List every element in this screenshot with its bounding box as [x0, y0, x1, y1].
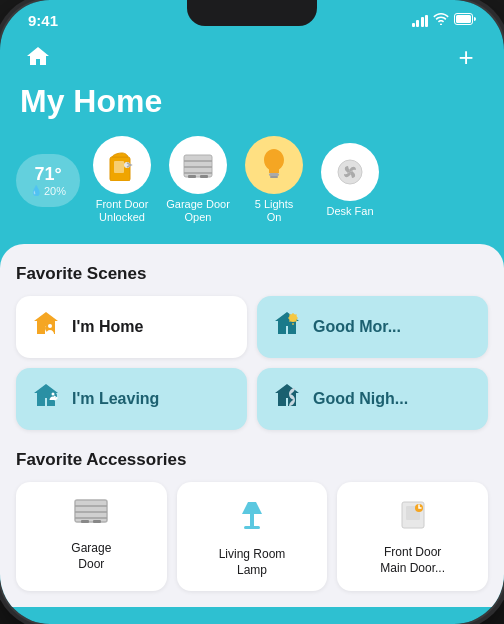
device-front-door[interactable]: Front DoorUnlocked — [88, 136, 156, 224]
device-desk-fan[interactable]: Desk Fan — [316, 143, 384, 218]
accessory-living-room-lamp[interactable]: Living RoomLamp — [177, 482, 328, 590]
humidity: 💧 20% — [30, 185, 66, 197]
section-container: Favorite Scenes I'm Home — [0, 244, 504, 606]
garage-door-acc-icon — [73, 494, 109, 533]
scene-im-leaving[interactable]: I'm Leaving — [16, 368, 247, 430]
good-morning-label: Good Mor... — [313, 318, 401, 336]
accessories-section-title: Favorite Accessories — [16, 450, 488, 470]
page-title: My Home — [0, 83, 504, 136]
lights-icon-circle — [245, 136, 303, 194]
lights-label: 5 LightsOn — [255, 198, 294, 224]
drop-icon: 💧 — [30, 185, 42, 196]
home-nav-button[interactable] — [20, 39, 56, 75]
accessories-grid: GarageDoor Living RoomLamp — [16, 482, 488, 590]
wifi-icon — [433, 13, 449, 28]
temperature: 71° — [34, 164, 61, 185]
im-leaving-label: I'm Leaving — [72, 390, 159, 408]
garage-door-icon-circle — [169, 136, 227, 194]
living-room-lamp-label: Living RoomLamp — [219, 547, 286, 578]
device-garage-door[interactable]: Garage DoorOpen — [164, 136, 232, 224]
im-home-icon — [32, 310, 62, 344]
front-door-icon-circle — [93, 136, 151, 194]
status-row: 71° 💧 20% Front DoorUnlock — [0, 136, 504, 244]
svg-marker-26 — [242, 502, 262, 514]
svg-rect-25 — [93, 520, 101, 523]
scenes-section-title: Favorite Scenes — [16, 264, 488, 284]
svg-rect-24 — [81, 520, 89, 523]
svg-point-16 — [48, 324, 52, 328]
svg-point-4 — [124, 162, 130, 168]
scene-good-night[interactable]: Good Nigh... — [257, 368, 488, 430]
svg-rect-12 — [270, 176, 278, 178]
status-icons — [412, 13, 477, 28]
living-room-lamp-icon — [236, 494, 268, 539]
battery-icon — [454, 13, 476, 28]
device-lights[interactable]: 5 LightsOn — [240, 136, 308, 224]
accessory-garage-door[interactable]: GarageDoor — [16, 482, 167, 590]
good-night-icon — [273, 382, 303, 416]
add-button[interactable]: + — [448, 39, 484, 75]
phone-frame: 9:41 — [0, 0, 504, 624]
good-morning-icon — [273, 310, 303, 344]
accessory-front-door-main[interactable]: Front DoorMain Door... — [337, 482, 488, 590]
front-door-main-label: Front DoorMain Door... — [380, 545, 445, 576]
garage-door-label: Garage DoorOpen — [166, 198, 230, 224]
scene-good-morning[interactable]: Good Mor... — [257, 296, 488, 358]
svg-point-19 — [52, 393, 55, 396]
good-night-label: Good Nigh... — [313, 390, 408, 408]
svg-rect-10 — [200, 175, 208, 178]
humidity-value: 20% — [44, 185, 66, 197]
front-door-main-icon — [399, 494, 427, 537]
svg-rect-28 — [244, 526, 260, 529]
signal-icon — [412, 15, 429, 27]
desk-fan-icon-circle — [321, 143, 379, 201]
svg-rect-11 — [269, 173, 279, 176]
svg-rect-27 — [250, 514, 254, 526]
front-door-label: Front DoorUnlocked — [96, 198, 149, 224]
im-home-label: I'm Home — [72, 318, 143, 336]
app-header: + — [0, 35, 504, 83]
svg-rect-1 — [456, 15, 471, 23]
scenes-grid: I'm Home Good Mor... — [16, 296, 488, 430]
garage-door-acc-label: GarageDoor — [71, 541, 111, 572]
svg-rect-9 — [188, 175, 196, 178]
im-leaving-icon — [32, 382, 62, 416]
scene-im-home[interactable]: I'm Home — [16, 296, 247, 358]
weather-card[interactable]: 71° 💧 20% — [16, 154, 80, 207]
status-time: 9:41 — [28, 12, 58, 29]
svg-rect-3 — [114, 161, 124, 173]
notch — [187, 0, 317, 26]
phone-screen: 9:41 — [0, 0, 504, 624]
desk-fan-label: Desk Fan — [326, 205, 373, 218]
